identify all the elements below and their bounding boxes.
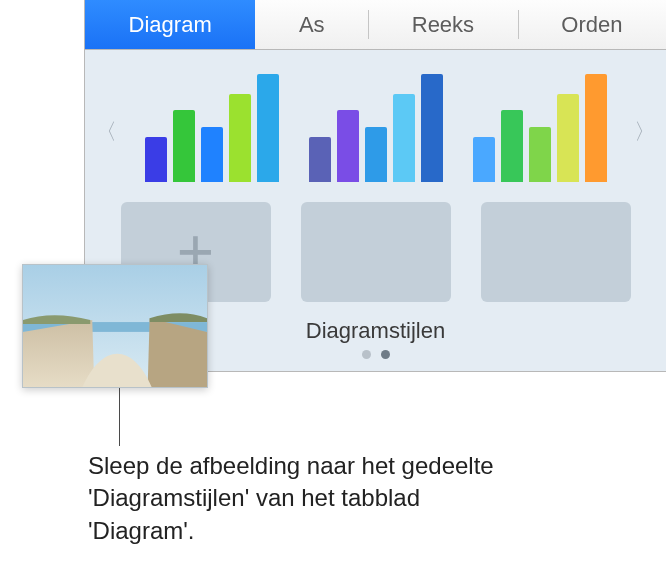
bar	[229, 94, 251, 182]
tab-as[interactable]: As	[255, 0, 368, 49]
bar	[201, 127, 223, 182]
tab-label: Orden	[561, 12, 622, 38]
tab-label: Diagram	[129, 12, 212, 38]
bar	[421, 74, 443, 182]
style-carousel: 〈 〉	[85, 68, 666, 196]
bar	[393, 94, 415, 182]
bar	[473, 137, 495, 182]
bar	[145, 137, 167, 182]
bar	[309, 137, 331, 182]
bar	[365, 127, 387, 182]
callout-text: Sleep de afbeelding naar het gedeelte 'D…	[88, 450, 528, 547]
empty-style-slot[interactable]	[481, 202, 631, 302]
tab-label: Reeks	[412, 12, 474, 38]
page-dot[interactable]	[381, 350, 390, 359]
chevron-left-icon[interactable]: 〈	[89, 111, 123, 153]
tab-diagram[interactable]: Diagram	[85, 0, 255, 49]
callout-leader-line	[119, 388, 120, 446]
bar	[557, 94, 579, 182]
tab-orden[interactable]: Orden	[518, 0, 666, 49]
chart-style-thumb[interactable]	[309, 72, 443, 182]
chart-style-thumb[interactable]	[473, 72, 607, 182]
chart-style-thumb[interactable]	[145, 72, 279, 182]
bar	[529, 127, 551, 182]
page-dot[interactable]	[362, 350, 371, 359]
dragged-image-thumbnail[interactable]	[22, 264, 208, 388]
tab-label: As	[299, 12, 325, 38]
chevron-right-icon[interactable]: 〉	[628, 111, 662, 153]
bar	[337, 110, 359, 182]
bar	[257, 74, 279, 182]
empty-style-slot[interactable]	[301, 202, 451, 302]
tab-reeks[interactable]: Reeks	[368, 0, 518, 49]
tab-bar: Diagram As Reeks Orden	[85, 0, 666, 50]
bar	[585, 74, 607, 182]
bar	[501, 110, 523, 182]
bar	[173, 110, 195, 182]
